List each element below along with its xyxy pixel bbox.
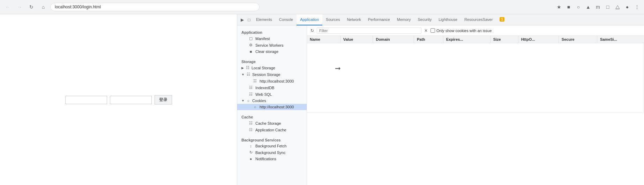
notifications-icon: ● [248, 157, 253, 161]
clear-icon: ■ [248, 49, 253, 54]
bookmark-icon[interactable]: ★ [555, 3, 563, 11]
cookies-url: http://localhost:3000 [260, 105, 294, 109]
col-name: Name [307, 36, 340, 43]
page-content: 登录 [0, 14, 237, 185]
url-text: localhost:3000/login.html [55, 5, 101, 9]
background-sync-icon: ↻ [248, 150, 253, 155]
col-size: Size [490, 36, 518, 43]
devtools-inspect-icon[interactable]: ▶ [239, 16, 246, 23]
extension3-icon[interactable]: ▲ [584, 3, 592, 11]
tab-performance[interactable]: Performance [365, 14, 394, 25]
sidebar-item-application-cache[interactable]: ☷ Application Cache [237, 126, 307, 133]
web-sql-icon: ☷ [248, 92, 253, 97]
sidebar-item-background-sync[interactable]: ↻ Background Sync [237, 149, 307, 156]
col-httpo: HttpO... [518, 36, 559, 43]
extension6-icon[interactable]: ⧋ [613, 3, 622, 11]
extension5-icon[interactable]: □ [604, 3, 612, 11]
background-sync-label: Background Sync [255, 151, 285, 155]
col-expires: Expires... [443, 36, 490, 43]
extension1-icon[interactable]: ■ [564, 3, 573, 11]
sidebar-item-web-sql[interactable]: ☷ Web SQL [237, 91, 307, 98]
col-domain: Domain [373, 36, 414, 43]
cache-storage-icon: ☷ [248, 121, 253, 125]
sidebar-item-cookies-url[interactable]: ○ http://localhost:3000 [237, 104, 307, 110]
local-storage-label: Local Storage [252, 66, 275, 70]
cookies-icon: ○ [246, 99, 251, 103]
tab-application[interactable]: Application [297, 14, 322, 25]
manifest-icon: ▢ [248, 36, 253, 41]
filter-checkbox-text: Only show cookies with an issue [436, 29, 492, 33]
tab-lighthouse[interactable]: Lighthouse [435, 14, 461, 25]
arrow-right-icon: ▶ [241, 66, 244, 70]
cursor-indicator: ➞ [335, 64, 341, 72]
filter-input[interactable] [317, 28, 421, 34]
cache-section-label: Cache [237, 113, 307, 120]
sidebar-item-session-storage-group[interactable]: ▼ ☷ Session Storage [237, 71, 307, 78]
sidebar-item-manifest[interactable]: ▢ Manifest [237, 35, 307, 42]
sidebar-item-session-storage-url[interactable]: ☷ http://localhost:3000 [237, 78, 307, 84]
col-value: Value [340, 36, 373, 43]
col-samesi: SameSi... [597, 36, 644, 43]
devtools-tabs: ▶ □ Elements Console Application Sources… [237, 14, 644, 25]
login-button[interactable]: 登录 [155, 95, 172, 105]
filter-checkbox-label[interactable]: Only show cookies with an issue [430, 28, 492, 33]
sidebar-section-background: Background Services ↕ Background Fetch ↻… [237, 136, 307, 162]
tab-memory[interactable]: Memory [394, 14, 414, 25]
forward-button[interactable]: → [15, 2, 24, 12]
tab-warning[interactable]: 1 [496, 14, 508, 25]
home-button[interactable]: ⌂ [38, 2, 48, 12]
sidebar-item-notifications[interactable]: ● Notifications [237, 156, 307, 162]
back-button[interactable]: ← [3, 2, 13, 12]
background-section-label: Background Services [237, 136, 307, 143]
sidebar-item-clear-storage[interactable]: ■ Clear storage [237, 48, 307, 55]
sidebar-item-cache-storage[interactable]: ☷ Cache Storage [237, 120, 307, 126]
session-storage-icon: ☷ [246, 72, 251, 77]
table-container: Name Value Domain Path Expires... Size H… [307, 36, 644, 185]
background-fetch-icon: ↕ [248, 144, 253, 148]
username-input[interactable] [65, 96, 107, 104]
background-fetch-label: Background Fetch [255, 144, 286, 148]
local-storage-icon: ☷ [245, 65, 250, 70]
address-bar[interactable]: localhost:3000/login.html [50, 3, 260, 11]
refresh-button[interactable]: ↻ [27, 2, 36, 12]
tab-sources[interactable]: Sources [322, 14, 343, 25]
sidebar-item-service-workers[interactable]: ⚙ Service Workers [237, 42, 307, 48]
devtools-content: Application ▢ Manifest ⚙ Service Workers… [237, 25, 644, 185]
sidebar-item-local-storage-group[interactable]: ▶ ☷ Local Storage [237, 64, 307, 71]
application-section-label: Application [237, 28, 307, 35]
application-cache-label: Application Cache [255, 128, 286, 132]
session-storage-url: http://localhost:3000 [260, 79, 294, 83]
col-path: Path [414, 36, 443, 43]
tab-security[interactable]: Security [414, 14, 435, 25]
application-cache-icon: ☷ [248, 128, 253, 132]
filter-refresh-button[interactable]: ↻ [310, 28, 315, 34]
extension7-icon[interactable]: ● [623, 3, 631, 11]
cache-storage-label: Cache Storage [255, 121, 281, 125]
devtools-mobile-icon[interactable]: □ [246, 16, 253, 23]
sidebar: Application ▢ Manifest ⚙ Service Workers… [237, 25, 307, 185]
menu-icon[interactable]: ⋮ [633, 3, 641, 11]
tab-resourcessaver[interactable]: ResourcesSaver [461, 14, 496, 25]
password-input[interactable] [110, 96, 152, 104]
tab-elements[interactable]: Elements [253, 14, 276, 25]
cookies-arrow-icon: ▼ [241, 99, 245, 102]
sidebar-section-cache: Cache ☷ Cache Storage ☷ Application Cach… [237, 113, 307, 133]
sidebar-item-cookies-group[interactable]: ▼ ○ Cookies [237, 98, 307, 104]
manifest-label: Manifest [255, 37, 270, 41]
sidebar-item-indexeddb[interactable]: ☷ IndexedDB [237, 84, 307, 91]
arrow-down-icon: ▼ [241, 73, 245, 76]
filter-checkbox[interactable] [430, 28, 435, 33]
clear-storage-label: Clear storage [255, 49, 278, 54]
notifications-label: Notifications [255, 157, 276, 161]
session-storage-label: Session Storage [252, 72, 280, 77]
empty-row-cell: ➞ [307, 43, 644, 113]
table-row: ➞ [307, 43, 644, 113]
toolbar-icons: ★ ■ ○ ▲ m □ ⧋ ● ⋮ [555, 3, 641, 11]
sidebar-item-background-fetch[interactable]: ↕ Background Fetch [237, 143, 307, 149]
service-workers-label: Service Workers [255, 43, 283, 47]
extension4-icon[interactable]: m [594, 3, 602, 11]
tab-console[interactable]: Console [276, 14, 297, 25]
extension2-icon[interactable]: ○ [574, 3, 583, 11]
filter-clear-button[interactable]: ✕ [424, 28, 428, 34]
tab-network[interactable]: Network [343, 14, 364, 25]
